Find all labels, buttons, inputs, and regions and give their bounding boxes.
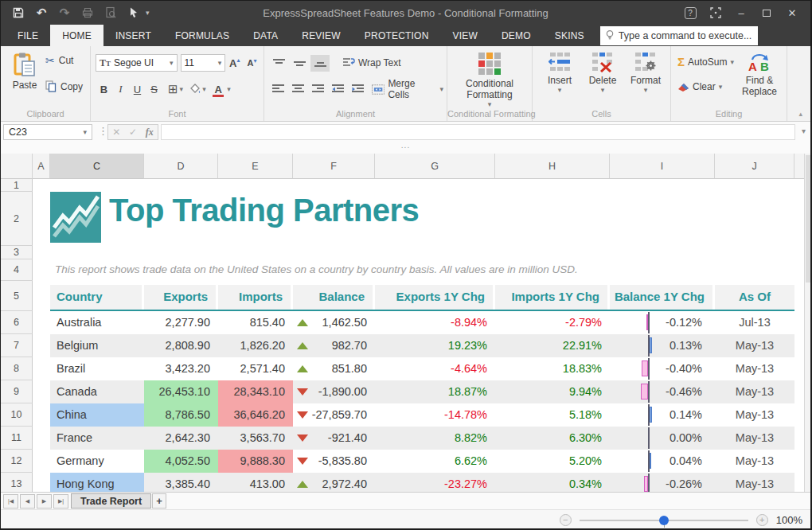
cell-balance[interactable]: -5,835.80 <box>293 450 375 473</box>
insert-button[interactable]: Insert ▾ <box>541 52 579 94</box>
cell-imports-1y-chg[interactable]: 9.94% <box>495 380 610 403</box>
shrink-font-button[interactable]: A▾ <box>244 58 260 68</box>
cell-country[interactable]: France <box>50 427 144 450</box>
cell-balance-1y-chg[interactable]: 0.13% <box>610 334 715 357</box>
cell-balance[interactable]: 1,462.50 <box>293 311 375 334</box>
tab-skins[interactable]: SKINS <box>543 25 596 46</box>
cell-imports-1y-chg[interactable]: 5.18% <box>495 403 610 427</box>
cell-imports[interactable]: 36,646.20 <box>218 403 293 427</box>
autosum-button[interactable]: Σ AutoSum ▾ <box>677 55 734 68</box>
vertical-scrollbar-thumb[interactable] <box>806 155 810 283</box>
cell-as-of[interactable]: May-13 <box>715 427 794 450</box>
close-button[interactable]: ✕ <box>780 4 804 21</box>
undo-icon[interactable]: ↶ <box>33 5 49 21</box>
confirm-entry-icon[interactable]: ✓ <box>129 127 137 138</box>
cell-exports[interactable]: 4,052.50 <box>144 450 218 473</box>
cell-country[interactable]: China <box>50 403 144 427</box>
font-name-combo[interactable]: TT Segoe UI ▾ <box>96 54 178 72</box>
table-header-balance[interactable]: Balance <box>293 285 375 310</box>
formula-bar-dropdown-icon[interactable]: ▾ <box>802 127 806 135</box>
cell-exports-1y-chg[interactable]: -23.27% <box>375 473 495 492</box>
cell-balance[interactable]: -27,859.70 <box>293 403 375 427</box>
cell-as-of[interactable]: May-13 <box>715 357 794 380</box>
last-sheet-button[interactable]: ▶| <box>53 494 68 509</box>
formula-input[interactable] <box>161 124 795 140</box>
maximize-button[interactable] <box>755 4 779 21</box>
table-header-balance-1y-chg[interactable]: Balance 1Y Chg <box>610 285 715 310</box>
tab-demo[interactable]: DEMO <box>490 25 543 46</box>
strikethrough-button[interactable]: S <box>146 80 162 98</box>
table-header-as-of[interactable]: As Of <box>715 285 794 310</box>
cell-imports[interactable]: 9,888.30 <box>218 450 293 473</box>
cell-exports-1y-chg[interactable]: 18.87% <box>375 380 495 403</box>
tab-home[interactable]: HOME <box>50 25 103 46</box>
cell-country[interactable]: Germany <box>50 450 144 473</box>
conditional-formatting-button[interactable]: Conditional Formatting ▾ <box>447 52 532 108</box>
tab-file[interactable]: FILE <box>6 25 50 46</box>
table-header-country[interactable]: Country <box>50 285 144 310</box>
cell-exports-1y-chg[interactable]: -14.78% <box>375 403 495 427</box>
name-box-dropdown-icon[interactable]: ▾ <box>83 128 87 136</box>
cell-exports[interactable]: 2,277.90 <box>144 311 218 334</box>
cell-exports[interactable]: 3,385.40 <box>144 473 218 492</box>
cell-balance-1y-chg[interactable]: -0.12% <box>610 311 715 334</box>
save-icon[interactable] <box>10 5 26 21</box>
cell-exports-1y-chg[interactable]: -4.64% <box>375 357 495 380</box>
zoom-in-button[interactable]: + <box>756 514 768 526</box>
cell-imports[interactable]: 28,343.10 <box>218 380 293 403</box>
cut-button[interactable]: ✂ Cut <box>45 54 73 67</box>
column-header-g[interactable]: G <box>375 154 495 179</box>
cell-imports[interactable]: 2,571.40 <box>218 357 293 380</box>
cell-as-of[interactable]: May-13 <box>715 473 794 492</box>
cell-exports[interactable]: 26,453.10 <box>144 380 218 403</box>
cell-balance-1y-chg[interactable]: -0.46% <box>610 380 715 403</box>
collapse-ribbon-icon[interactable]: ▴ <box>798 110 802 118</box>
formula-bar-expander[interactable]: ... <box>1 142 810 154</box>
first-sheet-button[interactable]: |◀ <box>3 494 18 509</box>
borders-button[interactable]: ⊞▾ <box>165 82 186 96</box>
delete-button[interactable]: Delete ▾ <box>584 52 622 94</box>
cell-country[interactable]: Belgium <box>50 334 144 357</box>
cell-as-of[interactable]: May-13 <box>715 380 794 403</box>
column-header-f[interactable]: F <box>293 154 375 179</box>
cell-country[interactable]: Canada <box>50 380 144 403</box>
cell-imports-1y-chg[interactable]: 18.83% <box>495 357 610 380</box>
cell-balance[interactable]: 2,972.40 <box>293 473 375 492</box>
tab-review[interactable]: REVIEW <box>290 25 353 46</box>
next-sheet-button[interactable]: ▶ <box>37 494 52 509</box>
merge-cells-button[interactable]: Merge Cells ▾ <box>372 78 443 100</box>
wrap-text-button[interactable]: Wrap Text <box>342 57 401 68</box>
minimize-button[interactable]: – <box>729 4 753 21</box>
cell-as-of[interactable]: May-13 <box>715 450 794 473</box>
cell-country[interactable]: Hong Kong <box>50 473 144 492</box>
column-header-i[interactable]: I <box>610 154 715 179</box>
column-header-a[interactable]: A <box>33 154 50 179</box>
format-button[interactable]: Format ▾ <box>627 52 665 94</box>
cell-imports-1y-chg[interactable]: -2.79% <box>495 311 610 334</box>
clear-button[interactable]: Clear ▾ <box>677 81 722 92</box>
grow-font-button[interactable]: A▴ <box>225 57 244 69</box>
paste-button[interactable]: Paste <box>7 52 42 91</box>
cell-as-of[interactable]: May-13 <box>715 403 794 427</box>
cell-as-of[interactable]: Jul-13 <box>715 311 794 334</box>
vertical-scrollbar[interactable] <box>804 154 810 492</box>
fill-color-button[interactable]: ▾ <box>186 84 209 95</box>
align-left-icon[interactable] <box>269 81 287 98</box>
cell-exports[interactable]: 8,786.50 <box>144 403 218 427</box>
cell-as-of[interactable]: May-13 <box>715 334 794 357</box>
fullscreen-button[interactable] <box>704 4 728 21</box>
cell-imports-1y-chg[interactable]: 22.91% <box>495 334 610 357</box>
cell-balance[interactable]: -921.40 <box>293 427 375 450</box>
tab-data[interactable]: DATA <box>241 25 290 46</box>
command-search-box[interactable] <box>600 26 758 45</box>
table-header-imports[interactable]: Imports <box>218 285 293 310</box>
table-header-imports-1y-chg[interactable]: Imports 1Y Chg <box>495 285 610 310</box>
touch-mode-icon[interactable] <box>126 5 142 21</box>
cell-balance-1y-chg[interactable]: 0.14% <box>610 403 715 427</box>
cell-imports-1y-chg[interactable]: 0.34% <box>495 473 610 492</box>
print-icon[interactable] <box>80 5 96 21</box>
tab-protection[interactable]: PROTECTION <box>353 25 441 46</box>
cell-exports[interactable]: 3,423.20 <box>144 357 218 380</box>
copy-button[interactable]: Copy <box>45 80 83 92</box>
font-size-combo[interactable]: 11 ▾ <box>181 54 226 72</box>
